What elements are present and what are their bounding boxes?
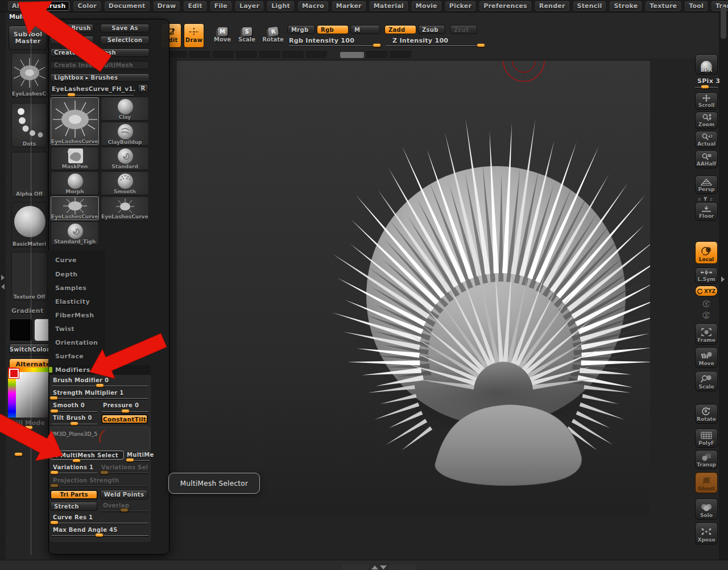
- menu-render[interactable]: Render: [535, 1, 569, 11]
- multimesh-preview-box[interactable]: PM3D_Plane3D_5: [50, 427, 150, 451]
- save-as-button[interactable]: Save As: [100, 24, 150, 32]
- menu-stencil[interactable]: Stencil: [573, 1, 606, 11]
- left-tray-divider-arrows[interactable]: [1, 275, 5, 290]
- brush-select-handle[interactable]: [67, 93, 76, 97]
- menu-color[interactable]: Color: [73, 1, 100, 11]
- menu-stroke[interactable]: Stroke: [610, 1, 642, 11]
- menu-movie[interactable]: Movie: [412, 1, 441, 11]
- rotate-y-button[interactable]: Y: [701, 299, 712, 308]
- actual-button[interactable]: x1 Actual: [695, 131, 718, 148]
- z-intensity-handle[interactable]: [477, 43, 485, 47]
- menu-macro[interactable]: Macro: [298, 1, 328, 11]
- brush-thumb-smooth[interactable]: Smooth: [101, 171, 149, 195]
- switchcolor-button[interactable]: SwitchColor: [9, 344, 50, 355]
- menu-layer[interactable]: Layer: [235, 1, 263, 11]
- frame-button[interactable]: Frame: [695, 323, 718, 345]
- pressure-handle[interactable]: [121, 409, 130, 413]
- floor-button[interactable]: Floor: [695, 202, 718, 221]
- smooth-track[interactable]: [52, 411, 97, 412]
- menu-texture[interactable]: Texture: [646, 1, 681, 11]
- create-insertmultimesh-button[interactable]: Create InsertMultiMesh: [50, 61, 150, 69]
- selecticon-button[interactable]: SelectIcon: [100, 36, 150, 44]
- strength-multiplier-handle[interactable]: [49, 396, 58, 400]
- ghost-button[interactable]: Ghost: [695, 472, 718, 493]
- zoom-button[interactable]: Zoom: [695, 111, 718, 129]
- menu-picker[interactable]: Picker: [445, 1, 475, 11]
- menu-document[interactable]: Document: [105, 1, 150, 11]
- menu-tool[interactable]: Tool: [685, 1, 708, 11]
- brush-select-track[interactable]: [51, 95, 134, 96]
- brush-thumb-standard-tigh[interactable]: Standard_Tigh: [51, 221, 99, 245]
- brush-thumb-selected-large[interactable]: EyeLashesCurve_F: [51, 97, 99, 145]
- section-twist[interactable]: Twist: [55, 325, 75, 333]
- rgb-toggle[interactable]: Rgb: [317, 25, 349, 34]
- scale-mode-button[interactable]: S Scale: [237, 27, 257, 47]
- curve-res-handle[interactable]: [50, 521, 59, 524]
- stretch-button[interactable]: Stretch: [50, 502, 97, 511]
- curve-res-track[interactable]: [52, 523, 148, 523]
- right-strip-handle[interactable]: [721, 7, 726, 39]
- brush-r-button[interactable]: R: [138, 84, 148, 93]
- xpose-button[interactable]: Xpose: [695, 522, 718, 544]
- bpr-button[interactable]: BPR: [695, 54, 718, 75]
- mrgb-toggle[interactable]: Mrgb: [287, 25, 315, 34]
- move-viewport-button[interactable]: Move: [695, 347, 718, 368]
- clone-button[interactable]: Clone: [50, 36, 94, 44]
- menu-light[interactable]: Light: [267, 1, 294, 11]
- strength-multiplier-track[interactable]: [52, 398, 148, 399]
- menu-file[interactable]: File: [210, 1, 231, 11]
- current-stroke-thumb[interactable]: Dots: [11, 103, 47, 147]
- create-insertmesh-button[interactable]: Create InsertMesh: [50, 48, 150, 57]
- tri-parts-button[interactable]: Tri Parts: [50, 490, 98, 499]
- section-samples[interactable]: Samples: [55, 284, 86, 292]
- tray-lower-handle[interactable]: [14, 452, 23, 456]
- brush-thumb-claybuildup[interactable]: ClayBuildup: [101, 122, 149, 146]
- zadd-toggle[interactable]: Zadd: [384, 25, 416, 34]
- fill-mode-handle[interactable]: [24, 426, 33, 429]
- lsym-button[interactable]: L.Sym: [695, 267, 718, 284]
- local-button[interactable]: Local: [695, 241, 718, 264]
- section-surface[interactable]: Surface: [55, 353, 84, 360]
- brush-thumb-standard[interactable]: Standard: [101, 147, 149, 170]
- menu-edit[interactable]: Edit: [184, 1, 206, 11]
- section-modifiers-row[interactable]: Modifiers: [48, 365, 151, 374]
- constanttilt-button[interactable]: ConstantTilt: [101, 414, 148, 424]
- current-texture-thumb[interactable]: Texture Off: [11, 252, 47, 300]
- rotate-mode-button[interactable]: R Rotate: [262, 27, 284, 47]
- subtool-master-button[interactable]: SubTool Master: [9, 26, 47, 50]
- z-intensity-track[interactable]: [386, 46, 485, 46]
- move-mode-button[interactable]: M Move: [213, 27, 232, 47]
- current-material-thumb[interactable]: BasicMateri: [11, 202, 47, 247]
- section-curve[interactable]: Curve: [55, 257, 77, 264]
- section-elasticity[interactable]: Elasticity: [55, 298, 90, 305]
- bottom-divider-texture-right[interactable]: [389, 565, 416, 569]
- brush-thumb-eyelashes-b[interactable]: EyeLashesCurve_F: [101, 196, 149, 220]
- scroll-button[interactable]: Scroll: [695, 92, 718, 110]
- section-fibermesh[interactable]: FiberMesh: [55, 312, 94, 319]
- zsub-toggle[interactable]: Zsub: [418, 25, 445, 34]
- floor-axis-toggles[interactable]: x Y z: [698, 197, 715, 202]
- variations-track[interactable]: [52, 473, 97, 473]
- brush-thumb-maskpen[interactable]: MaskPen: [51, 147, 99, 170]
- multimesh-trunc-handle[interactable]: [126, 458, 134, 462]
- transp-button[interactable]: Transp: [695, 450, 718, 469]
- tilt-brush-handle[interactable]: [70, 422, 78, 426]
- scale-viewport-button[interactable]: Scale: [695, 371, 718, 391]
- menu-preferences[interactable]: Preferences: [479, 1, 531, 11]
- polyf-button[interactable]: PolyF: [695, 428, 718, 448]
- smooth-handle[interactable]: [50, 409, 59, 413]
- menu-alpha[interactable]: Alpha: [8, 1, 36, 11]
- document-canvas[interactable]: [177, 61, 650, 515]
- tray-collapse-down-arrow[interactable]: [380, 565, 387, 569]
- draw-mode-button[interactable]: Draw: [184, 23, 204, 48]
- brush-thumb-eyelashes-a[interactable]: EyeLashesCurve_F: [51, 196, 99, 220]
- brush-thumb-morph[interactable]: Morph: [51, 171, 99, 195]
- weld-points-button[interactable]: Weld Points: [100, 490, 148, 499]
- section-orientation[interactable]: Orientation: [55, 339, 98, 346]
- aahalf-button[interactable]: AAHalf: [695, 150, 718, 168]
- menu-draw[interactable]: Draw: [154, 1, 180, 11]
- multimesh-panel-title[interactable]: MultiMesh: [9, 13, 54, 20]
- rotate-viewport-button[interactable]: Rotate: [695, 404, 718, 424]
- main-color-swatch[interactable]: [9, 319, 33, 341]
- rgb-intensity-track[interactable]: [289, 46, 381, 46]
